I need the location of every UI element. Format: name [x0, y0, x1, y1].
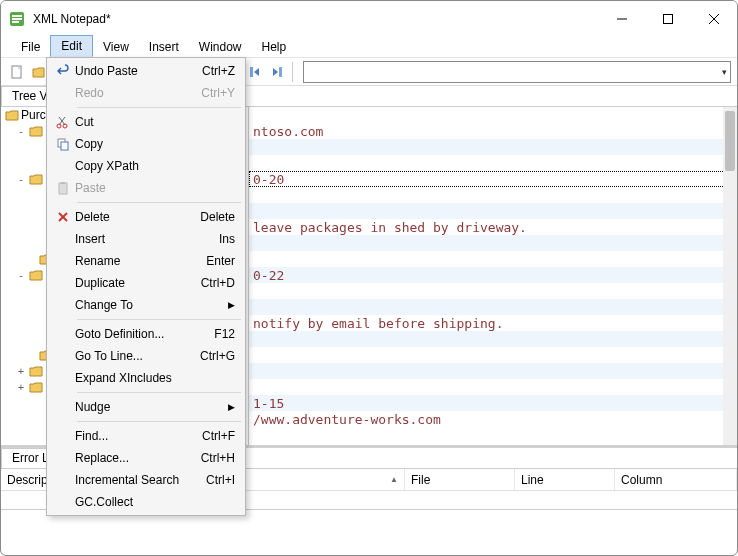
menu-item-label: Duplicate	[75, 276, 201, 290]
value-row[interactable]: /www.adventure-works.com	[249, 411, 737, 427]
nudge-left-icon[interactable]	[245, 62, 265, 82]
col-line[interactable]: Line	[515, 469, 615, 490]
col-file[interactable]: File	[405, 469, 515, 490]
menu-item-label: Undo Paste	[75, 64, 202, 78]
svg-rect-30	[59, 183, 67, 194]
value-row[interactable]	[249, 347, 737, 363]
menubar: File Edit View Insert Window Help	[1, 36, 737, 58]
menu-shortcut: Ins	[219, 232, 235, 246]
minimize-button[interactable]	[599, 4, 645, 34]
value-text: ntoso.com	[253, 124, 323, 139]
menu-view[interactable]: View	[93, 36, 139, 57]
expander-icon[interactable]: +	[15, 381, 27, 393]
value-row[interactable]	[249, 331, 737, 347]
value-row[interactable]: 0-22	[249, 267, 737, 283]
value-row[interactable]	[249, 363, 737, 379]
menu-item-duplicate[interactable]: DuplicateCtrl+D	[49, 272, 243, 294]
menu-item-label: Insert	[75, 232, 219, 246]
menu-file[interactable]: File	[11, 36, 50, 57]
menu-item-rename[interactable]: RenameEnter	[49, 250, 243, 272]
expander-icon[interactable]: +	[15, 365, 27, 377]
vertical-scrollbar[interactable]	[723, 107, 737, 445]
menu-shortcut: Ctrl+I	[206, 473, 235, 487]
menu-shortcut: Delete	[200, 210, 235, 224]
menu-item-copy-xpath[interactable]: Copy XPath	[49, 155, 243, 177]
menu-separator	[77, 421, 241, 422]
menu-separator	[77, 392, 241, 393]
value-row[interactable]	[249, 283, 737, 299]
svg-rect-31	[61, 182, 65, 184]
menu-help[interactable]: Help	[252, 36, 297, 57]
menu-edit[interactable]: Edit	[50, 35, 93, 57]
menu-item-expand-xincludes[interactable]: Expand XIncludes	[49, 367, 243, 389]
menu-item-cut[interactable]: Cut	[49, 111, 243, 133]
menu-item-label: Copy XPath	[75, 159, 235, 173]
xpath-input[interactable]	[303, 61, 731, 83]
menu-separator	[77, 202, 241, 203]
close-button[interactable]	[691, 4, 737, 34]
value-row[interactable]: 1-15	[249, 395, 737, 411]
value-row[interactable]	[249, 139, 737, 155]
menu-item-insert[interactable]: InsertIns	[49, 228, 243, 250]
menu-item-nudge[interactable]: Nudge▶	[49, 396, 243, 418]
menu-shortcut: Ctrl+Z	[202, 64, 235, 78]
menu-item-incremental-search[interactable]: Incremental SearchCtrl+I	[49, 469, 243, 491]
value-row[interactable]: notify by email before shipping.	[249, 315, 737, 331]
menu-item-label: Nudge	[75, 400, 228, 414]
svg-rect-3	[12, 21, 19, 23]
value-row[interactable]	[249, 251, 737, 267]
menu-item-undo-paste[interactable]: Undo PasteCtrl+Z	[49, 60, 243, 82]
menu-item-goto-definition[interactable]: Goto Definition...F12	[49, 323, 243, 345]
menu-shortcut: Ctrl+D	[201, 276, 235, 290]
window-title: XML Notepad*	[33, 12, 111, 26]
expander-icon[interactable]: -	[15, 125, 27, 137]
menu-item-go-to-line[interactable]: Go To Line...Ctrl+G	[49, 345, 243, 367]
menu-insert[interactable]: Insert	[139, 36, 189, 57]
menu-shortcut: F12	[214, 327, 235, 341]
sort-indicator-icon: ▲	[390, 475, 398, 484]
new-file-icon[interactable]	[7, 62, 27, 82]
menu-item-replace[interactable]: Replace...Ctrl+H	[49, 447, 243, 469]
expander-icon[interactable]: -	[15, 173, 27, 185]
menu-item-change-to[interactable]: Change To▶	[49, 294, 243, 316]
value-row[interactable]: 0-20	[249, 171, 737, 187]
value-row[interactable]	[249, 187, 737, 203]
value-text: notify by email before shipping.	[253, 316, 503, 331]
value-row[interactable]: ntoso.com	[249, 123, 737, 139]
submenu-arrow-icon: ▶	[228, 402, 235, 412]
value-row[interactable]	[249, 299, 737, 315]
value-row[interactable]: leave packages in shed by driveway.	[249, 219, 737, 235]
col-column[interactable]: Column	[615, 469, 737, 490]
menu-shortcut: Enter	[206, 254, 235, 268]
value-row[interactable]	[249, 235, 737, 251]
nudge-right-icon[interactable]	[267, 62, 287, 82]
menu-item-delete[interactable]: DeleteDelete	[49, 206, 243, 228]
svg-rect-1	[12, 15, 22, 17]
value-row[interactable]	[249, 203, 737, 219]
menu-item-redo: RedoCtrl+Y	[49, 82, 243, 104]
expander-icon[interactable]: -	[15, 269, 27, 281]
menu-item-gc-collect[interactable]: GC.Collect	[49, 491, 243, 513]
menu-item-copy[interactable]: Copy	[49, 133, 243, 155]
value-pane[interactable]: ntoso.com0-20 leave packages in shed by …	[249, 107, 737, 445]
svg-rect-5	[664, 14, 673, 23]
value-text: leave packages in shed by driveway.	[253, 220, 527, 235]
folder-icon	[29, 268, 43, 282]
menu-window[interactable]: Window	[189, 36, 252, 57]
menu-item-label: Go To Line...	[75, 349, 200, 363]
menu-item-label: Redo	[75, 86, 201, 100]
menu-item-label: Goto Definition...	[75, 327, 214, 341]
title-bar: XML Notepad*	[1, 1, 737, 36]
menu-item-label: Replace...	[75, 451, 201, 465]
menu-item-find[interactable]: Find...Ctrl+F	[49, 425, 243, 447]
menu-separator	[77, 107, 241, 108]
scrollbar-thumb[interactable]	[725, 111, 735, 171]
submenu-arrow-icon: ▶	[228, 300, 235, 310]
edit-menu-dropdown: Undo PasteCtrl+ZRedoCtrl+YCutCopyCopy XP…	[46, 57, 246, 516]
value-row[interactable]	[249, 379, 737, 395]
value-row[interactable]	[249, 155, 737, 171]
menu-item-label: Paste	[75, 181, 235, 195]
menu-shortcut: Ctrl+G	[200, 349, 235, 363]
menu-shortcut: Ctrl+Y	[201, 86, 235, 100]
maximize-button[interactable]	[645, 4, 691, 34]
